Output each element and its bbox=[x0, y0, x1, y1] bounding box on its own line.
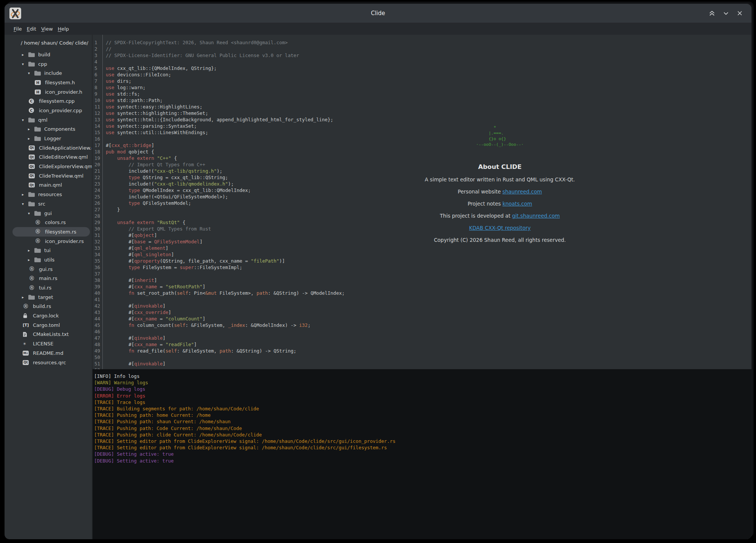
line-number: 29 bbox=[94, 219, 100, 226]
close-button[interactable] bbox=[736, 9, 744, 17]
tree-item-label: resources.qrc bbox=[33, 360, 66, 365]
chevron-collapsed-icon[interactable]: ▸ bbox=[22, 53, 28, 57]
qt-file-icon: Qt bbox=[23, 360, 29, 365]
code-line: 12use syntect::highlighting::ThemeSet; bbox=[93, 110, 751, 116]
minimize-button[interactable] bbox=[722, 9, 730, 17]
chevron-collapsed-icon[interactable]: ▸ bbox=[28, 127, 34, 131]
tree-item-label: tui bbox=[44, 248, 51, 253]
code-line: 44 #[cxx_name = "columnCount"] bbox=[93, 316, 751, 322]
code-line: 1// SPDX-FileCopyrightText: 2026, Shaun … bbox=[93, 39, 751, 46]
chevron-expanded-icon[interactable]: ▾ bbox=[22, 118, 28, 122]
tree-item-build[interactable]: ▸build bbox=[5, 50, 92, 59]
rust-file-icon: ® bbox=[35, 238, 41, 244]
log-line-trace: [TRACE] Building segments for path: /hom… bbox=[94, 405, 751, 412]
tree-item-readme-md[interactable]: M↓README.md bbox=[5, 348, 92, 358]
chevron-collapsed-icon[interactable]: ▸ bbox=[22, 192, 28, 196]
line-number: 8 bbox=[94, 84, 97, 91]
tree-item-clidetreeview-qml[interactable]: QtClideTreeView.qml bbox=[5, 171, 92, 181]
tree-item-tui-rs[interactable]: ®tui.rs bbox=[5, 283, 92, 292]
line-number: 47 bbox=[94, 335, 100, 341]
qt-file-icon: Qt bbox=[29, 173, 35, 178]
line-number: 38 bbox=[94, 277, 100, 283]
tree-item-cpp[interactable]: ▾cpp bbox=[5, 59, 92, 69]
chevron-expanded-icon[interactable]: ▾ bbox=[22, 202, 28, 206]
line-number: 9 bbox=[94, 91, 97, 97]
menu-item-file[interactable]: File bbox=[14, 26, 22, 32]
h-header-file-icon: H bbox=[35, 80, 41, 85]
line-number: 17 bbox=[94, 142, 100, 149]
tree-item-utils[interactable]: ▸utils bbox=[5, 255, 92, 265]
tree-item-gui-rs[interactable]: ®gui.rs bbox=[5, 265, 92, 274]
tree-item-license[interactable]: ✶LICENSE bbox=[5, 339, 92, 348]
tree-item-resources[interactable]: ▸resources bbox=[5, 190, 92, 199]
tree-item-colors-rs[interactable]: ®colors.rs bbox=[5, 218, 92, 227]
chevron-expanded-icon[interactable]: ▾ bbox=[28, 71, 34, 75]
log-panel[interactable]: [INFO] Info logs[WARN] Warning logs[DEBU… bbox=[93, 369, 751, 539]
tree-item-label: resources bbox=[38, 192, 62, 197]
tree-item-src[interactable]: ▾src bbox=[5, 199, 92, 209]
tree-item-label: Cargo.lock bbox=[33, 313, 59, 319]
code-editor[interactable]: 1// SPDX-FileCopyrightText: 2026, Shaun … bbox=[93, 35, 751, 369]
tree-item-label: main.rs bbox=[39, 275, 57, 281]
tree-item-tui[interactable]: ▸tui bbox=[5, 246, 92, 255]
about-link[interactable]: KDAB CXX-Qt repository bbox=[469, 225, 531, 231]
line-number: 15 bbox=[94, 129, 100, 136]
tree-item-filesystem-h[interactable]: Hfilesystem.h bbox=[5, 78, 92, 87]
tree-item-label: gui bbox=[44, 210, 52, 216]
tree-item-label: filesystem.h bbox=[45, 80, 75, 85]
chevron-expanded-icon[interactable]: ▾ bbox=[28, 211, 34, 215]
tree-item-main-rs[interactable]: ®main.rs bbox=[5, 274, 92, 283]
tree-item-label: build.rs bbox=[33, 303, 51, 309]
maximize-button[interactable] bbox=[708, 9, 716, 17]
folder-icon bbox=[34, 136, 41, 141]
chevron-collapsed-icon[interactable]: ▸ bbox=[22, 295, 28, 299]
code-line: 52 bbox=[93, 367, 751, 369]
menu-item-help[interactable]: Help bbox=[58, 26, 69, 32]
about-link[interactable]: shaunreed.com bbox=[502, 189, 542, 195]
code-line: 9use std::fs; bbox=[93, 91, 751, 97]
log-line-debug: [DEBUG] Setting active: true bbox=[94, 451, 751, 457]
tree-item-clideapplicationview-qml[interactable]: QtClideApplicationView.qml bbox=[5, 143, 92, 153]
menu-item-view[interactable]: View bbox=[41, 26, 53, 32]
tree-item-filesystem-cpp[interactable]: Cfilesystem.cpp bbox=[5, 96, 92, 106]
tree-item-cargo-lock[interactable]: Cargo.lock bbox=[5, 311, 92, 320]
tree-item-clideeditorview-qml[interactable]: QtClideEditorView.qml bbox=[5, 153, 92, 162]
tree-item-icon-provider-cpp[interactable]: Cicon_provider.cpp bbox=[5, 106, 92, 115]
code-line: 51 #[qinvokable] bbox=[93, 360, 751, 367]
menu-item-edit[interactable]: Edit bbox=[27, 26, 36, 32]
line-number: 49 bbox=[94, 348, 100, 354]
tree-item-icon-provider-rs[interactable]: ®icon_provider.rs bbox=[5, 237, 92, 246]
tree-item-cmakelists-txt[interactable]: CMakeLists.txt bbox=[5, 330, 92, 339]
tree-item-logger[interactable]: ▸Logger bbox=[5, 134, 92, 143]
tree-item-gui[interactable]: ▾gui bbox=[5, 209, 92, 218]
chevron-collapsed-icon[interactable]: ▸ bbox=[28, 258, 34, 262]
tree-item-resources-qrc[interactable]: Qtresources.qrc bbox=[5, 358, 92, 367]
line-number: 36 bbox=[94, 264, 100, 271]
chevron-collapsed-icon[interactable]: ▸ bbox=[28, 136, 34, 141]
tree-item-cargo-toml[interactable]: [T]Cargo.toml bbox=[5, 320, 92, 330]
tree-item-clideexplorerview-qml[interactable]: QtClideExplorerView.qml bbox=[5, 162, 92, 171]
owl-ascii-art: * |.===. {}o o{} ·--ooO--(_)--Ooo--· bbox=[476, 125, 524, 147]
line-number: 46 bbox=[94, 328, 100, 335]
tree-item-include[interactable]: ▾include bbox=[5, 68, 92, 78]
rust-file-icon: ® bbox=[35, 229, 41, 234]
tree-item-components[interactable]: ▸Components bbox=[5, 125, 92, 134]
tree-item-filesystem-rs[interactable]: ®filesystem.rs bbox=[5, 227, 92, 237]
code-line: 38 #[inherit] bbox=[93, 277, 751, 283]
tree-item-icon-provider-h[interactable]: Hicon_provider.h bbox=[5, 87, 92, 97]
toml-file-icon: [T] bbox=[23, 323, 29, 328]
tree-item-target[interactable]: ▸target bbox=[5, 292, 92, 302]
tree-item-build-rs[interactable]: ®build.rs bbox=[5, 302, 92, 311]
chevron-collapsed-icon[interactable]: ▸ bbox=[28, 248, 34, 252]
chevron-expanded-icon[interactable]: ▾ bbox=[22, 62, 28, 66]
tree-item-label: ClideApplicationView.qml bbox=[39, 145, 92, 151]
tree-item-main-qml[interactable]: Qtmain.qml bbox=[5, 181, 92, 190]
code-line: 36 type FileSystem = super::FileSystemIm… bbox=[93, 264, 751, 271]
tree-item-qml[interactable]: ▾qml bbox=[5, 115, 92, 125]
folder-icon bbox=[34, 210, 41, 216]
tree-item-label: utils bbox=[44, 257, 54, 263]
about-link[interactable]: knoats.com bbox=[502, 201, 532, 207]
about-link[interactable]: git.shaunreed.com bbox=[512, 213, 560, 219]
code-line: 5use cxx_qt_lib::{QModelIndex, QString}; bbox=[93, 65, 751, 71]
folder-icon bbox=[34, 257, 41, 263]
